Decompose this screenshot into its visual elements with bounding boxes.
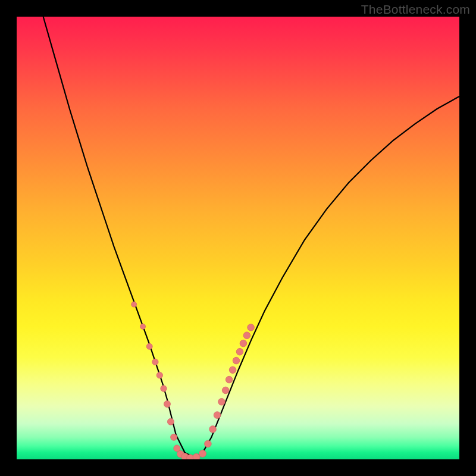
plot-area: [17, 17, 459, 459]
sample-dot: [233, 357, 240, 364]
sample-dot: [161, 386, 167, 392]
sample-dot: [131, 302, 137, 307]
watermark-text: TheBottleneck.com: [361, 2, 470, 17]
sample-dots-group: [131, 302, 255, 459]
sample-dot: [146, 343, 152, 349]
sample-dot: [156, 372, 162, 378]
sample-dot: [214, 412, 221, 419]
sample-dot: [152, 359, 158, 365]
sample-dot: [229, 367, 236, 374]
sample-dot: [236, 348, 243, 355]
bottleneck-chart: [17, 17, 459, 459]
sample-dot: [240, 340, 247, 347]
sample-dot: [199, 450, 206, 457]
sample-dot: [140, 324, 146, 329]
sample-dot: [171, 434, 177, 440]
sample-dot: [248, 324, 255, 331]
bottleneck-curve: [43, 17, 459, 457]
sample-dot: [205, 440, 212, 447]
sample-dot: [243, 332, 250, 339]
sample-dot: [167, 418, 174, 425]
sample-dot: [209, 426, 217, 433]
outer-frame: TheBottleneck.com: [0, 0, 476, 476]
sample-dot: [164, 401, 170, 408]
sample-dot: [226, 376, 233, 383]
sample-dot: [222, 387, 229, 394]
sample-dot: [218, 398, 226, 405]
